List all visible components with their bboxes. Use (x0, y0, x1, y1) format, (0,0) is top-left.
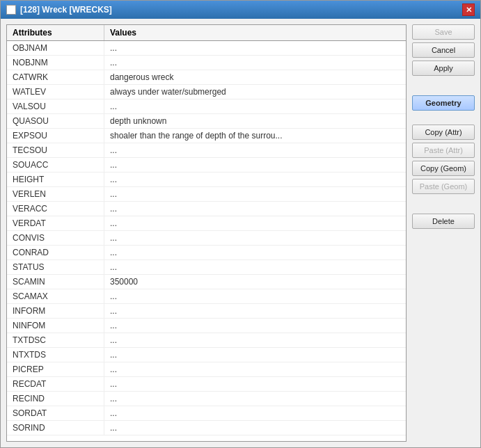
table-body: OBJNAM ... NOBJNM ... CATWRK dangerous w… (7, 41, 406, 435)
cell-attr: STATUS (7, 260, 104, 274)
table-row[interactable]: SORIND ... (7, 421, 406, 435)
geometry-button[interactable]: Geometry (412, 95, 475, 111)
table-row[interactable]: WATLEV always under water/submerged (7, 85, 406, 99)
table-row[interactable]: CONRAD ... (7, 246, 406, 260)
cell-attr: SORIND (7, 421, 104, 435)
right-panel: Save Cancel Apply Geometry Copy (Attr) P… (412, 24, 475, 442)
cell-val: ... (104, 216, 406, 230)
cell-attr: CATWRK (7, 70, 104, 84)
delete-button[interactable]: Delete (412, 214, 475, 229)
table-row[interactable]: VERACC ... (7, 202, 406, 216)
table-row[interactable]: NINFOM ... (7, 319, 406, 333)
content-area: Attributes Values OBJNAM ... NOBJNM ... … (1, 19, 480, 447)
table-row[interactable]: SCAMIN 350000 (7, 275, 406, 289)
table-row[interactable]: VALSOU ... (7, 99, 406, 114)
cell-val: ... (104, 41, 406, 55)
cell-attr: RECDAT (7, 377, 104, 391)
table-row[interactable]: NOBJNM ... (7, 56, 406, 70)
cell-val: depth unknown (104, 114, 406, 128)
table-row[interactable]: RECDAT ... (7, 377, 406, 392)
cell-attr: CONRAD (7, 246, 104, 259)
cell-val: ... (104, 246, 406, 259)
cell-val: ... (104, 289, 406, 303)
table-row[interactable]: SCAMAX ... (7, 289, 406, 304)
table-row[interactable]: CONVIS ... (7, 231, 406, 246)
cell-attr: RECIND (7, 392, 104, 406)
close-button[interactable]: ✕ (462, 3, 475, 16)
cell-val: ... (104, 231, 406, 245)
table-row[interactable]: PICREP ... (7, 362, 406, 377)
col-header-val: Values (104, 25, 406, 40)
cell-val: ... (104, 173, 406, 186)
paste-attr-button[interactable]: Paste (Attr) (412, 143, 475, 158)
cell-attr: SCAMIN (7, 275, 104, 289)
title-bar-text: [128] Wreck [WRECKS] (6, 5, 112, 15)
cell-attr: HEIGHT (7, 173, 104, 186)
cell-val: ... (104, 392, 406, 406)
table-header: Attributes Values (7, 25, 406, 41)
cell-val: always under water/submerged (104, 85, 406, 99)
cell-attr: VERDAT (7, 216, 104, 230)
table-row[interactable]: EXPSOU shoaler than the range of depth o… (7, 129, 406, 143)
title-bar: [128] Wreck [WRECKS] ✕ (1, 1, 480, 19)
cell-val: 350000 (104, 275, 406, 289)
table-row[interactable]: INFORM ... (7, 304, 406, 319)
cell-attr: OBJNAM (7, 41, 104, 55)
table-row[interactable]: TECSOU ... (7, 143, 406, 158)
cell-attr: INFORM (7, 304, 104, 318)
cell-attr: NOBJNM (7, 56, 104, 70)
save-button[interactable]: Save (412, 24, 475, 40)
table-row[interactable]: HEIGHT ... (7, 173, 406, 187)
table-row[interactable]: NTXTDS ... (7, 348, 406, 362)
apply-button[interactable]: Apply (412, 61, 475, 76)
cell-attr: PICREP (7, 362, 104, 376)
cell-attr: SORDAT (7, 406, 104, 420)
table-row[interactable]: QUASOU depth unknown (7, 114, 406, 129)
table-row[interactable]: VERLEN ... (7, 187, 406, 202)
table-row[interactable]: OBJNAM ... (7, 41, 406, 56)
cell-attr: SOUACC (7, 158, 104, 172)
cell-val: ... (104, 362, 406, 376)
window-icon (6, 5, 16, 15)
cell-val: ... (104, 333, 406, 347)
cell-val: ... (104, 143, 406, 157)
cell-val: ... (104, 260, 406, 274)
cell-attr: WATLEV (7, 85, 104, 99)
cell-val: ... (104, 319, 406, 333)
cell-attr: EXPSOU (7, 129, 104, 143)
cell-attr: TXTDSC (7, 333, 104, 347)
cell-attr: TECSOU (7, 143, 104, 157)
table-row[interactable]: CATWRK dangerous wreck (7, 70, 406, 85)
col-header-attr: Attributes (7, 25, 104, 40)
cell-val: ... (104, 56, 406, 70)
cell-attr: VALSOU (7, 99, 104, 113)
copy-attr-button[interactable]: Copy (Attr) (412, 125, 475, 140)
table-row[interactable]: TXTDSC ... (7, 333, 406, 348)
cell-val: ... (104, 304, 406, 318)
table-row[interactable]: SOUACC ... (7, 158, 406, 173)
copy-geom-button[interactable]: Copy (Geom) (412, 161, 475, 176)
cell-attr: CONVIS (7, 231, 104, 245)
cell-attr: NINFOM (7, 319, 104, 333)
cell-val: ... (104, 406, 406, 420)
cell-val: ... (104, 377, 406, 391)
cell-val: ... (104, 202, 406, 216)
attributes-table: Attributes Values OBJNAM ... NOBJNM ... … (6, 24, 407, 442)
cell-attr: VERLEN (7, 187, 104, 201)
table-row[interactable]: RECIND ... (7, 392, 406, 406)
cell-attr: SCAMAX (7, 289, 104, 303)
cell-val: dangerous wreck (104, 70, 406, 84)
table-row[interactable]: VERDAT ... (7, 216, 406, 231)
cell-val: ... (104, 348, 406, 362)
paste-geom-button[interactable]: Paste (Geom) (412, 179, 475, 194)
cancel-button[interactable]: Cancel (412, 42, 475, 58)
cell-attr: VERACC (7, 202, 104, 216)
cell-val: ... (104, 158, 406, 172)
cell-attr: NTXTDS (7, 348, 104, 362)
cell-attr: QUASOU (7, 114, 104, 128)
cell-val: ... (104, 187, 406, 201)
window-title: [128] Wreck [WRECKS] (20, 5, 112, 15)
table-row[interactable]: STATUS ... (7, 260, 406, 275)
cell-val: ... (104, 421, 406, 435)
table-row[interactable]: SORDAT ... (7, 406, 406, 421)
